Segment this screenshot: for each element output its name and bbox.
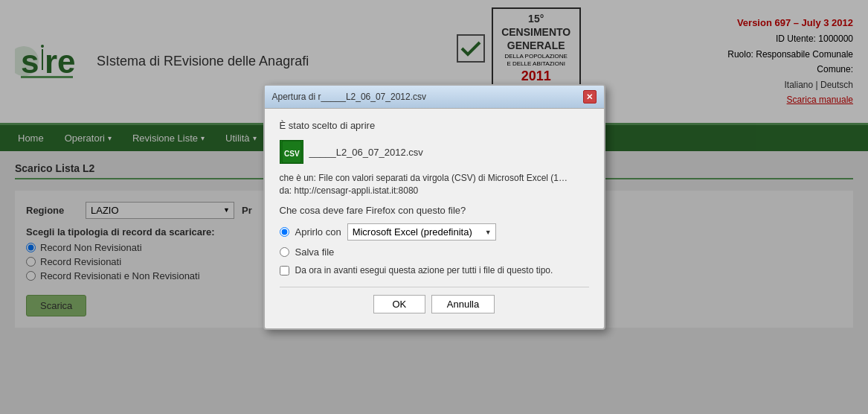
save-file-label: Salva file xyxy=(295,246,335,258)
modal-body: È stato scelto di aprire CSV _____L2_06_… xyxy=(265,109,604,328)
save-file-option[interactable]: Salva file xyxy=(280,246,589,258)
open-with-label: Aprirlo con xyxy=(295,226,341,238)
remember-action-row[interactable]: Da ora in avanti esegui questa azione pe… xyxy=(280,265,589,276)
svg-text:CSV: CSV xyxy=(284,150,300,158)
open-with-radio[interactable] xyxy=(280,227,289,237)
modal-overlay: Apertura di r_____L2_06_07_2012.csv ✕ È … xyxy=(0,0,868,339)
remember-label: Da ora in avanti esegui questa azione pe… xyxy=(295,265,553,276)
app-select-wrapper: Microsoft Excel (predefinita) xyxy=(347,223,496,241)
modal-footer: OK Annulla xyxy=(280,287,589,317)
save-file-radio[interactable] xyxy=(280,247,289,257)
modal-title: Apertura di r_____L2_06_07_2012.csv xyxy=(272,92,427,102)
cancel-button[interactable]: Annulla xyxy=(431,295,495,313)
modal-titlebar: Apertura di r_____L2_06_07_2012.csv ✕ xyxy=(265,86,604,109)
csv-file-icon: CSV xyxy=(280,140,303,164)
ok-button[interactable]: OK xyxy=(373,295,425,313)
modal-subtitle: È stato scelto di aprire xyxy=(280,120,589,131)
modal-question: Che cosa deve fare Firefox con questo fi… xyxy=(280,205,589,216)
app-select[interactable]: Microsoft Excel (predefinita) xyxy=(347,223,496,241)
file-source: da: http://censagr-appli.istat.it:8080 xyxy=(280,185,589,196)
open-with-option[interactable]: Aprirlo con Microsoft Excel (predefinita… xyxy=(280,223,589,241)
file-row: CSV _____L2_06_07_2012.csv xyxy=(280,140,589,164)
modal-dialog: Apertura di r_____L2_06_07_2012.csv ✕ È … xyxy=(263,84,605,330)
modal-close-button[interactable]: ✕ xyxy=(583,90,597,104)
file-type-info: che è un: File con valori separati da vi… xyxy=(280,173,589,183)
remember-checkbox[interactable] xyxy=(280,266,289,276)
file-name: _____L2_06_07_2012.csv xyxy=(309,147,423,158)
